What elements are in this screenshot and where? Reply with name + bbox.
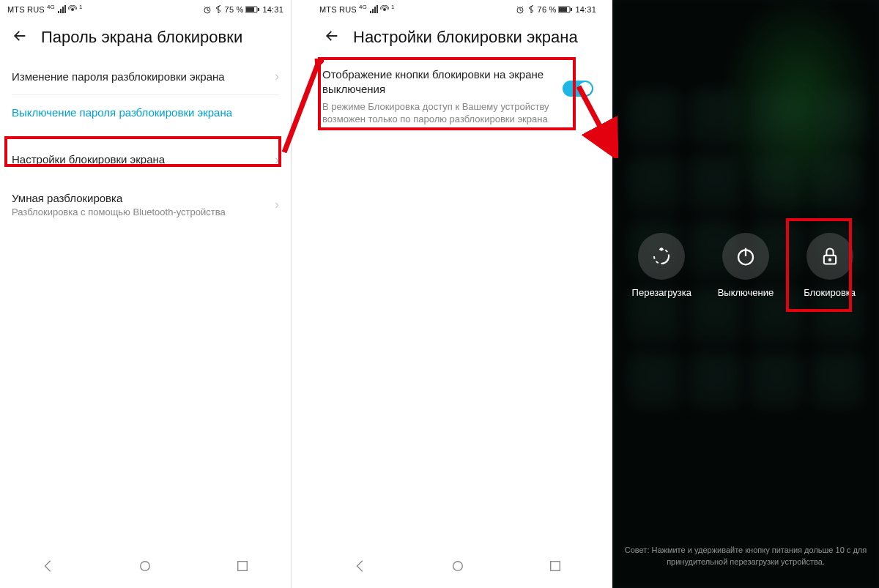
chevron-right-icon: › <box>275 69 279 84</box>
screen-lock-settings: MTS RUS 4G 1 76 % 14:31 <box>312 0 604 588</box>
network-type: 4G <box>47 4 55 10</box>
option-desc: В режиме Блокировка доступ к Вашему устр… <box>322 100 555 126</box>
svg-rect-10 <box>559 7 567 12</box>
bluetooth-icon <box>527 5 535 14</box>
power-icon <box>722 233 769 280</box>
power-hint: Совет: Нажмите и удерживайте кнопку пита… <box>624 545 867 567</box>
row-lock-settings[interactable]: Настройки блокировки экрана › <box>0 142 291 178</box>
row-disable-password[interactable]: Выключение пароля разблокировки экрана <box>0 95 291 130</box>
restart-icon <box>638 233 685 280</box>
chevron-right-icon: › <box>275 197 279 212</box>
alarm-icon <box>516 5 524 14</box>
svg-rect-4 <box>258 8 259 11</box>
option-title: Отображение кнопки блокировки на экране … <box>322 67 555 97</box>
lock-button[interactable]: Блокировка <box>793 233 867 298</box>
nav-bar <box>312 547 604 588</box>
nav-back-icon[interactable] <box>354 559 367 576</box>
battery-icon <box>245 5 260 14</box>
row-label: Настройки блокировки экрана <box>12 152 165 167</box>
page-title: Настройки блокировки экрана <box>353 28 578 47</box>
svg-rect-6 <box>238 562 248 571</box>
svg-point-7 <box>383 8 386 11</box>
nav-back-icon[interactable] <box>42 559 55 576</box>
chevron-right-icon: › <box>275 152 279 168</box>
power-label: Выключение <box>718 287 774 298</box>
svg-point-0 <box>71 8 74 11</box>
battery-pct: 75 % <box>225 5 244 14</box>
status-bar: MTS RUS 4G 1 76 % 14:31 <box>312 0 604 19</box>
carrier-text: MTS RUS <box>319 5 357 14</box>
svg-rect-3 <box>246 7 254 12</box>
row-label: Выключение пароля разблокировки экрана <box>12 105 232 120</box>
back-icon[interactable] <box>324 28 340 47</box>
option-show-lock-button[interactable]: Отображение кнопки блокировки на экране … <box>312 59 604 135</box>
signal-icon <box>57 5 66 14</box>
row-label: Умная разблокировка <box>12 191 226 206</box>
row-smart-unlock[interactable]: Умная разблокировка Разблокировка с помо… <box>0 178 291 229</box>
signal-icon <box>369 5 378 14</box>
back-icon[interactable] <box>12 28 28 47</box>
hotspot-count: 1 <box>79 4 83 10</box>
clock: 14:31 <box>262 5 283 14</box>
battery-icon <box>558 5 573 14</box>
screen-power-menu: Перезагрузка Выключение Блокировка Сов <box>612 0 879 588</box>
bluetooth-icon <box>214 5 223 14</box>
row-label: Изменение пароля разблокировки экрана <box>12 70 225 84</box>
carrier-text: MTS RUS <box>7 5 45 14</box>
page-title: Пароль экрана блокировки <box>41 28 242 47</box>
battery-pct: 76 % <box>538 5 557 14</box>
header: Пароль экрана блокировки <box>0 19 291 59</box>
status-bar: MTS RUS 4G 1 75 % 14:31 <box>0 0 291 19</box>
svg-point-16 <box>828 259 830 261</box>
power-label: Перезагрузка <box>632 287 691 298</box>
svg-rect-13 <box>550 562 560 571</box>
toggle-switch[interactable] <box>563 81 593 97</box>
screen-password-settings: MTS RUS 4G 1 75 % 14:31 <box>0 0 292 588</box>
header: Настройки блокировки экрана <box>312 19 604 59</box>
nav-recent-icon[interactable] <box>236 559 249 576</box>
network-type: 4G <box>359 4 367 10</box>
nav-home-icon[interactable] <box>451 559 464 576</box>
lock-icon <box>806 233 853 280</box>
alarm-icon <box>203 5 212 14</box>
nav-home-icon[interactable] <box>138 559 152 576</box>
restart-button[interactable]: Перезагрузка <box>625 233 698 298</box>
nav-recent-icon[interactable] <box>549 559 562 576</box>
row-change-password[interactable]: Изменение пароля разблокировки экрана › <box>0 59 291 94</box>
poweroff-button[interactable]: Выключение <box>709 233 782 298</box>
hotspot-count: 1 <box>391 4 395 10</box>
row-sub: Разблокировка с помощью Bluetooth-устрой… <box>12 206 226 219</box>
power-label: Блокировка <box>804 287 856 298</box>
svg-point-5 <box>141 562 150 571</box>
nav-bar <box>0 547 291 588</box>
hotspot-icon <box>68 5 77 14</box>
hotspot-icon <box>380 5 389 14</box>
svg-point-12 <box>453 562 463 571</box>
power-menu-row: Перезагрузка Выключение Блокировка <box>612 233 879 298</box>
clock: 14:31 <box>575 5 596 14</box>
svg-rect-11 <box>571 8 572 11</box>
